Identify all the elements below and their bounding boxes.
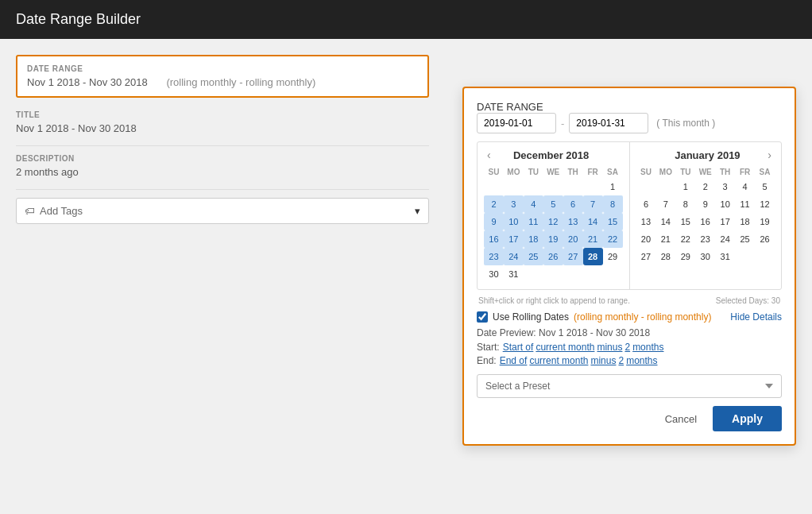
calendar-day[interactable]: 24 (504, 248, 524, 265)
calendar-day[interactable]: 1 (675, 178, 695, 195)
calendar-day[interactable]: 31 (504, 265, 524, 283)
calendar-day[interactable]: 18 (524, 230, 543, 248)
calendar-day[interactable]: 5 (755, 178, 775, 195)
calendar-day[interactable]: 27 (563, 248, 583, 265)
calendar-day[interactable]: 10 (504, 213, 524, 230)
calendar-day[interactable]: 3 (715, 178, 735, 195)
calendar-day[interactable]: 20 (563, 230, 583, 248)
start-parts[interactable]: Start of current month minus 2 months (503, 342, 664, 353)
calendar-day[interactable]: 28 (583, 248, 603, 265)
january-title: January 2019 (675, 149, 740, 161)
calendar-day[interactable]: 16 (484, 230, 504, 248)
calendars-row: ‹ December 2018 SUMOTUWETHFRSA 123456789… (477, 141, 782, 290)
preset-select[interactable]: Select a Preset (477, 374, 782, 398)
calendar-day[interactable]: 8 (603, 195, 623, 213)
calendar-day[interactable]: 25 (735, 230, 755, 248)
calendar-day[interactable]: 27 (636, 248, 656, 265)
end-part-2[interactable]: current month (529, 355, 588, 366)
calendar-day[interactable]: 15 (675, 213, 695, 230)
calendar-day[interactable]: 23 (484, 248, 504, 265)
calendar-day[interactable]: 29 (675, 248, 695, 265)
end-part-5[interactable]: months (626, 355, 657, 366)
calendar-day[interactable]: 26 (755, 230, 775, 248)
calendar-day[interactable]: 25 (524, 248, 543, 265)
calendar-day[interactable]: 4 (735, 178, 755, 195)
calendar-day[interactable]: 17 (715, 213, 735, 230)
calendar-day[interactable]: 11 (524, 213, 543, 230)
calendar-day[interactable]: 15 (603, 213, 623, 230)
calendar-day[interactable]: 5 (543, 195, 563, 213)
january-grid: SUMOTUWETHFRSA 1234567891011121314151617… (636, 166, 775, 265)
start-part-3[interactable]: minus (597, 342, 622, 353)
calendar-day[interactable]: 19 (543, 230, 563, 248)
start-row: Start: Start of current month minus 2 mo… (477, 342, 782, 353)
rolling-checkbox[interactable] (477, 311, 488, 323)
calendar-day[interactable]: 1 (603, 178, 623, 195)
start-part-2[interactable]: current month (536, 342, 594, 353)
end-part-4[interactable]: 2 (618, 355, 624, 366)
calendar-day[interactable]: 17 (504, 230, 524, 248)
calendar-day[interactable]: 6 (563, 195, 583, 213)
end-date-input[interactable] (569, 113, 648, 133)
next-month-button[interactable]: › (764, 149, 775, 161)
rolling-label: Use Rolling Dates (493, 311, 569, 323)
calendar-day[interactable]: 14 (655, 213, 675, 230)
calendar-day[interactable]: 12 (755, 195, 775, 213)
calendar-day[interactable]: 11 (735, 195, 755, 213)
calendar-day[interactable]: 14 (583, 213, 603, 230)
calendar-day[interactable]: 13 (636, 213, 656, 230)
calendar-day[interactable]: 2 (484, 195, 504, 213)
calendar-day[interactable]: 22 (603, 230, 623, 248)
calendar-day[interactable]: 16 (695, 213, 715, 230)
calendar-day[interactable]: 8 (675, 195, 695, 213)
hint-text: Shift+click or right click to append to … (478, 296, 630, 305)
calendar-day[interactable]: 3 (504, 195, 524, 213)
rolling-row: Use Rolling Dates (rolling monthly - rol… (477, 311, 782, 323)
date-range-box[interactable]: DATE RANGE Nov 1 2018 - Nov 30 2018 (rol… (16, 55, 429, 98)
calendar-day[interactable]: 2 (695, 178, 715, 195)
calendar-day[interactable]: 21 (655, 230, 675, 248)
calendar-day[interactable]: 30 (484, 265, 504, 283)
calendar-day[interactable]: 22 (675, 230, 695, 248)
calendar-day[interactable]: 20 (636, 230, 656, 248)
calendar-day (603, 265, 623, 283)
tags-field[interactable]: 🏷 Add Tags ▾ (16, 198, 429, 224)
rolling-formula: (rolling monthly - rolling monthly) (574, 311, 711, 323)
calendar-day[interactable]: 24 (715, 230, 735, 248)
calendar-day[interactable]: 23 (695, 230, 715, 248)
apply-button[interactable]: Apply (713, 406, 782, 431)
calendar-day[interactable]: 13 (563, 213, 583, 230)
preset-row[interactable]: Select a Preset (477, 374, 782, 398)
start-part-4[interactable]: 2 (624, 342, 630, 353)
calendar-day[interactable]: 4 (524, 195, 543, 213)
january-calendar: January 2019 › SUMOTUWETHFRSA 1234567891… (630, 142, 782, 289)
calendar-day[interactable]: 9 (484, 213, 504, 230)
end-part-1[interactable]: End of (500, 355, 528, 366)
calendar-day[interactable]: 28 (655, 248, 675, 265)
hide-details-link[interactable]: Hide Details (730, 311, 782, 323)
calendar-day[interactable]: 31 (715, 248, 735, 265)
description-value: 2 months ago (16, 166, 429, 178)
app-header: Date Range Builder (0, 0, 812, 39)
start-part-1[interactable]: Start of (503, 342, 534, 353)
end-part-3[interactable]: minus (590, 355, 616, 366)
calendar-day[interactable]: 10 (715, 195, 735, 213)
end-parts[interactable]: End of current month minus 2 months (500, 355, 658, 366)
calendar-day[interactable]: 21 (583, 230, 603, 248)
calendar-day[interactable]: 26 (543, 248, 563, 265)
calendar-day[interactable]: 12 (543, 213, 563, 230)
calendar-day[interactable]: 30 (695, 248, 715, 265)
calendar-day[interactable]: 7 (583, 195, 603, 213)
start-part-5[interactable]: months (632, 342, 663, 353)
title-section: TITLE Nov 1 2018 - Nov 30 2018 (16, 110, 429, 134)
calendar-day[interactable]: 7 (655, 195, 675, 213)
cancel-button[interactable]: Cancel (657, 408, 705, 430)
calendar-day[interactable]: 18 (735, 213, 755, 230)
prev-month-button[interactable]: ‹ (484, 149, 494, 161)
calendar-day[interactable]: 9 (695, 195, 715, 213)
calendar-day[interactable]: 6 (636, 195, 656, 213)
start-date-input[interactable] (477, 113, 556, 133)
calendar-day (563, 178, 583, 195)
calendar-day[interactable]: 19 (755, 213, 775, 230)
calendar-day[interactable]: 29 (603, 248, 623, 265)
